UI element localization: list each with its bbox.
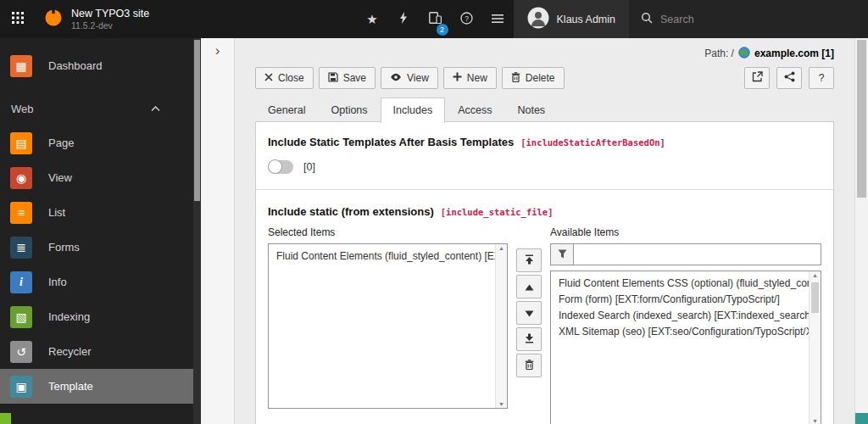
available-option[interactable]: Indexed Search (indexed_search) [EXT:ind… [551,308,821,324]
selected-items-column: Selected Items Fluid Content Elements (f… [268,226,508,424]
modules-grid-button[interactable] [0,0,36,38]
delete-button-label: Delete [526,72,555,84]
sidebar-item-label: Template [48,380,93,393]
available-option[interactable]: Form (form) [EXT:form/Configuration/Typo… [551,292,821,308]
move-up-button[interactable] [516,275,542,298]
view-button-label: View [407,72,429,84]
sidebar-section-web[interactable]: Web [0,92,193,126]
help-menu-button[interactable]: ? [451,0,482,38]
move-down-button[interactable] [516,301,542,325]
dashboard-icon: ▦ [10,55,32,77]
close-icon [264,72,273,84]
list-action-buttons [516,248,542,424]
green-corner-marker [0,413,11,424]
globe-icon [738,47,750,61]
expand-pagetree-button[interactable]: › [215,43,220,58]
new-button-label: New [467,72,487,84]
bookmarks-button[interactable]: ★ [357,0,388,38]
filter-button[interactable] [550,243,573,265]
selected-items-list[interactable]: Fluid Content Elements (fluid_styled_con… [268,243,508,409]
tab-general[interactable]: General [255,98,318,122]
close-button[interactable]: Close [255,67,314,89]
topbar: New TYPO3 site 11.5.2-dev ★ 2 ? Klaus Ad… [0,0,868,38]
open-in-new-window-button[interactable] [744,67,770,89]
sidebar-scrollbar[interactable] [193,38,201,424]
scroll-up-arrow-icon[interactable]: ▲ [810,272,821,278]
topbar-search [629,0,868,38]
close-button-label: Close [278,72,304,84]
sidebar-item-dashboard[interactable]: ▦ Dashboard [0,48,193,83]
context-help-button[interactable]: ? [809,67,834,89]
apps-grid-icon [11,11,25,27]
info-icon: i [10,271,32,293]
available-items-list[interactable]: Fluid Content Elements CSS (optional) (f… [550,271,821,424]
save-icon [328,72,338,85]
save-button[interactable]: Save [319,67,376,89]
sidebar-item-info[interactable]: i Info [0,265,193,299]
available-items-label: Available Items [550,226,821,238]
search-input[interactable] [660,14,856,25]
static-after-field-code: [includeStaticAfterBasedOn] [520,137,665,148]
view-button[interactable]: View [381,67,438,89]
main-scrollbar[interactable] [854,38,868,424]
selected-list-scrollbar[interactable]: ▲ ▼ [495,244,507,408]
static-after-toggle[interactable] [268,160,293,174]
sidebar-item-indexing[interactable]: ▧ Indexing [0,299,193,334]
share-button[interactable] [776,67,802,89]
path-label: Path: / [704,47,734,59]
available-option[interactable]: XML Sitemap (seo) [EXT:seo/Configuration… [551,324,821,340]
filter-input[interactable] [573,243,821,265]
doc-header-toolbar: Close Save View New Delete [255,67,834,89]
tab-options[interactable]: Options [318,98,380,122]
move-to-bottom-icon [525,333,534,346]
scroll-down-arrow-icon[interactable]: ▼ [496,401,507,407]
sidebar-item-template[interactable]: ▣ Template [0,369,193,404]
typo3-logo-icon [44,8,63,30]
brand[interactable]: New TYPO3 site 11.5.2-dev [36,0,158,38]
site-title: New TYPO3 site [71,8,149,21]
trash-icon [525,360,534,372]
arrow-up-icon [525,281,534,293]
username: Klaus Admin [557,14,615,25]
scrollbar-thumb[interactable] [811,282,819,313]
funnel-icon [558,248,567,261]
available-option[interactable]: Fluid Content Elements CSS (optional) (f… [551,271,821,292]
sidebar-item-view[interactable]: ◉ View [0,160,193,195]
selected-option[interactable]: Fluid Content Elements (fluid_styled_con… [269,244,507,265]
main-scrollbar-thumb[interactable] [857,40,866,198]
sidebar-section-label: Web [11,103,34,115]
more-menu-button[interactable] [482,0,514,38]
new-button[interactable]: New [443,67,497,89]
clear-cache-button[interactable] [388,0,420,38]
sidebar-item-label: Page [48,137,74,149]
sidebar-item-list[interactable]: ≡ List [0,195,193,230]
sidebar-item-page[interactable]: ▤ Page [0,126,193,160]
field-divider [256,189,833,190]
toggle-knob [268,159,282,174]
sidebar-item-forms[interactable]: ≣ Forms [0,230,193,265]
template-icon: ▣ [10,376,32,398]
remove-item-button[interactable] [516,354,542,377]
move-to-bottom-button[interactable] [516,327,542,351]
trash-icon [511,72,520,85]
move-to-top-button[interactable] [516,248,542,272]
record-tabs: General Options Includes Access Notes [255,98,834,122]
tab-notes[interactable]: Notes [504,98,558,122]
typo3-backend: New TYPO3 site 11.5.2-dev ★ 2 ? Klaus Ad… [0,0,868,424]
sidebar-scrollbar-thumb[interactable] [194,40,200,201]
breadcrumb: Path: / example.com [1] [255,45,834,62]
multiselect-columns: Selected Items Fluid Content Elements (f… [268,226,821,424]
scroll-down-arrow-icon[interactable]: ▼ [810,418,821,424]
available-list-scrollbar[interactable]: ▲ ▼ [809,271,821,424]
static-after-toggle-value: [0] [303,161,315,173]
scroll-up-arrow-icon[interactable]: ▲ [496,245,507,251]
pagetree-collapsed-strip: › [201,38,235,424]
arrow-down-icon [525,307,534,320]
sidebar-item-recycler[interactable]: ↺ Recycler [0,334,193,369]
system-information-button[interactable]: 2 [420,0,451,38]
tab-access[interactable]: Access [445,98,504,122]
user-menu[interactable]: Klaus Admin [514,0,629,38]
tab-includes[interactable]: Includes [381,98,446,123]
delete-button[interactable]: Delete [502,67,565,89]
svg-text:?: ? [465,14,469,22]
